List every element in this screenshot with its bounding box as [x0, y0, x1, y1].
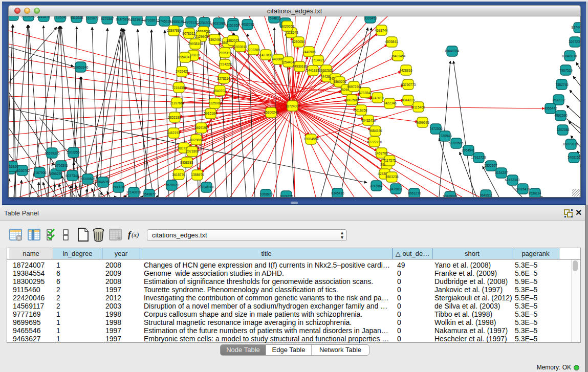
svg-text:36401454: 36401454 [391, 54, 406, 58]
svg-text:9684536: 9684536 [369, 129, 382, 133]
svg-text:5441883: 5441883 [306, 69, 319, 72]
svg-text:19375836: 19375836 [116, 17, 130, 21]
svg-text:8278114: 8278114 [217, 77, 230, 80]
svg-text:6706306: 6706306 [55, 164, 68, 167]
svg-text:2980815: 2980815 [112, 185, 125, 189]
svg-text:4151952: 4151952 [226, 24, 239, 27]
svg-text:4698744: 4698744 [375, 29, 388, 32]
svg-text:32140838: 32140838 [126, 190, 141, 194]
svg-text:1427833: 1427833 [259, 53, 273, 57]
svg-text:1629072: 1629072 [85, 16, 99, 20]
svg-text:2215279: 2215279 [37, 16, 50, 18]
svg-text:4428816: 4428816 [399, 69, 412, 72]
svg-text:4742018: 4742018 [371, 96, 384, 100]
svg-text:3956442: 3956442 [544, 106, 557, 110]
svg-text:3802500: 3802500 [345, 98, 359, 102]
svg-text:17933677: 17933677 [144, 18, 159, 22]
svg-text:3297239: 3297239 [569, 40, 581, 43]
svg-text:2935310: 2935310 [219, 51, 232, 55]
svg-text:4805841: 4805841 [385, 40, 398, 43]
svg-text:9020058: 9020058 [281, 25, 294, 28]
svg-text:74939188: 74939188 [293, 64, 308, 68]
svg-text:66599395: 66599395 [45, 151, 60, 155]
svg-text:19384554: 19384554 [304, 137, 319, 141]
svg-text:5016258: 5016258 [354, 108, 367, 112]
svg-text:40432459: 40432459 [361, 119, 376, 122]
svg-text:56100526: 56100526 [81, 177, 96, 181]
svg-text:1378543: 1378543 [439, 134, 452, 138]
svg-text:2714423: 2714423 [311, 58, 324, 62]
svg-text:6345416: 6345416 [331, 191, 344, 195]
svg-text:5154287: 5154287 [495, 171, 508, 174]
svg-text:7382745: 7382745 [555, 83, 569, 86]
svg-text:5528829: 5528829 [165, 183, 179, 187]
svg-text:8029864: 8029864 [190, 138, 203, 142]
svg-text:4709137: 4709137 [185, 20, 198, 24]
svg-text:9078612: 9078612 [182, 32, 195, 35]
svg-text:7472506: 7472506 [429, 127, 443, 130]
svg-text:21397668: 21397668 [170, 101, 185, 105]
svg-text:93760773: 93760773 [401, 83, 416, 86]
svg-text:18724007: 18724007 [286, 104, 300, 108]
svg-text:8275367: 8275367 [101, 17, 114, 20]
svg-text:9699695: 9699695 [416, 121, 429, 124]
svg-text:8028755: 8028755 [280, 194, 293, 197]
svg-text:9513358: 9513358 [70, 16, 83, 19]
svg-text:5915164: 5915164 [204, 112, 217, 115]
svg-text:2440905: 2440905 [302, 50, 316, 54]
svg-text:8954941: 8954941 [178, 55, 191, 59]
svg-text:4891590: 4891590 [554, 114, 568, 117]
svg-text:4540702: 4540702 [213, 89, 226, 93]
svg-text:3532032: 3532032 [552, 98, 565, 102]
svg-text:57709585: 57709585 [449, 141, 464, 145]
svg-text:5095259: 5095259 [49, 172, 62, 176]
svg-text:72164355: 72164355 [172, 86, 187, 90]
svg-text:4032085: 4032085 [241, 23, 254, 26]
svg-text:8536114: 8536114 [529, 191, 541, 195]
svg-text:9328453: 9328453 [364, 16, 377, 20]
svg-text:2634613: 2634613 [268, 16, 281, 20]
svg-text:8476611: 8476611 [390, 187, 403, 191]
svg-text:8031986: 8031986 [212, 21, 226, 25]
svg-text:17912728: 17912728 [471, 156, 486, 159]
svg-text:3549877: 3549877 [143, 192, 156, 196]
svg-text:2455421: 2455421 [176, 70, 189, 73]
svg-text:62897893: 62897893 [167, 29, 182, 32]
svg-text:2021808: 2021808 [186, 149, 199, 153]
svg-text:1358976: 1358976 [191, 173, 204, 177]
svg-text:7135241: 7135241 [54, 16, 67, 19]
svg-text:2017864: 2017864 [369, 184, 383, 188]
svg-text:3234302: 3234302 [198, 21, 211, 25]
svg-text:8958388: 8958388 [180, 161, 193, 164]
svg-text:5822307: 5822307 [484, 164, 497, 167]
svg-text:5225087: 5225087 [208, 101, 222, 105]
svg-text:5408156: 5408156 [568, 156, 581, 159]
svg-text:6469193: 6469193 [194, 126, 208, 129]
svg-text:63428001: 63428001 [443, 194, 458, 197]
svg-text:99141000: 99141000 [200, 185, 214, 189]
svg-text:4737842: 4737842 [359, 91, 372, 95]
svg-text:1468706: 1468706 [375, 151, 388, 155]
svg-text:4745328: 4745328 [158, 19, 171, 23]
svg-text:29053346: 29053346 [74, 65, 89, 69]
svg-text:7655194: 7655194 [171, 20, 185, 24]
svg-text:48646352: 48646352 [96, 180, 111, 184]
svg-text:15300243: 15300243 [264, 111, 279, 114]
svg-text:1068679: 1068679 [259, 192, 273, 196]
svg-text:2964541: 2964541 [462, 148, 475, 152]
svg-text:97366946: 97366946 [21, 16, 36, 18]
svg-text:8280054: 8280054 [292, 40, 305, 43]
svg-text:3615776: 3615776 [172, 173, 185, 177]
svg-text:2702289: 2702289 [247, 48, 260, 52]
svg-text:1202384: 1202384 [556, 128, 570, 132]
svg-text:9697256: 9697256 [347, 85, 360, 89]
svg-text:8661210: 8661210 [408, 191, 421, 195]
svg-text:7117575: 7117575 [383, 159, 396, 162]
svg-text:8503235: 8503235 [385, 175, 399, 179]
svg-text:89070818: 89070818 [563, 142, 578, 146]
svg-text:29938108: 29938108 [188, 42, 203, 46]
svg-text:9044229: 9044229 [402, 98, 415, 102]
svg-text:9860206: 9860206 [333, 80, 346, 83]
svg-text:1003913: 1003913 [234, 45, 247, 49]
svg-text:9115460: 9115460 [412, 105, 425, 109]
